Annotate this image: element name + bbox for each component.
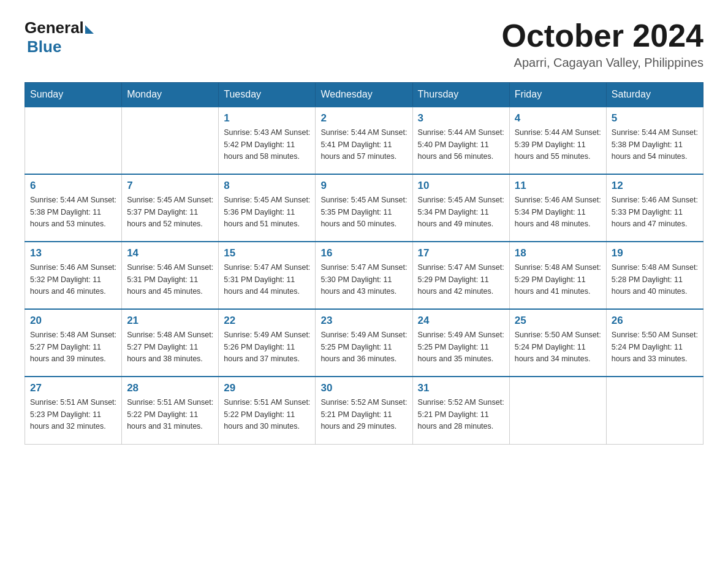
day-info: Sunrise: 5:44 AM Sunset: 5:39 PM Dayligh…: [515, 127, 601, 163]
day-number: 9: [320, 180, 407, 192]
calendar-cell: 19Sunrise: 5:48 AM Sunset: 5:28 PM Dayli…: [606, 242, 703, 309]
day-info: Sunrise: 5:52 AM Sunset: 5:21 PM Dayligh…: [320, 397, 407, 432]
calendar-cell: [122, 107, 219, 174]
day-info: Sunrise: 5:49 AM Sunset: 5:26 PM Dayligh…: [224, 329, 310, 365]
day-number: 22: [224, 315, 310, 327]
day-info: Sunrise: 5:45 AM Sunset: 5:37 PM Dayligh…: [127, 194, 213, 230]
day-header-saturday: Saturday: [606, 83, 703, 107]
day-number: 24: [418, 315, 504, 327]
day-info: Sunrise: 5:45 AM Sunset: 5:35 PM Dayligh…: [320, 194, 407, 230]
day-number: 29: [224, 382, 310, 394]
day-number: 10: [418, 180, 504, 192]
day-info: Sunrise: 5:48 AM Sunset: 5:27 PM Dayligh…: [30, 329, 116, 365]
day-info: Sunrise: 5:44 AM Sunset: 5:38 PM Dayligh…: [30, 194, 116, 230]
day-number: 4: [515, 112, 601, 124]
day-info: Sunrise: 5:52 AM Sunset: 5:21 PM Dayligh…: [418, 397, 504, 432]
day-number: 18: [515, 247, 601, 259]
day-header-friday: Friday: [509, 83, 606, 107]
calendar-header-row: SundayMondayTuesdayWednesdayThursdayFrid…: [25, 83, 703, 107]
day-info: Sunrise: 5:48 AM Sunset: 5:28 PM Dayligh…: [612, 262, 698, 297]
day-number: 16: [320, 247, 407, 259]
day-info: Sunrise: 5:45 AM Sunset: 5:34 PM Dayligh…: [418, 194, 504, 230]
calendar-cell: 5Sunrise: 5:44 AM Sunset: 5:38 PM Daylig…: [606, 107, 703, 174]
calendar-cell: 11Sunrise: 5:46 AM Sunset: 5:34 PM Dayli…: [509, 174, 606, 242]
day-header-thursday: Thursday: [412, 83, 509, 107]
calendar-cell: 7Sunrise: 5:45 AM Sunset: 5:37 PM Daylig…: [122, 174, 219, 242]
day-info: Sunrise: 5:45 AM Sunset: 5:36 PM Dayligh…: [224, 194, 310, 230]
day-header-monday: Monday: [122, 83, 219, 107]
logo: General: [25, 18, 94, 37]
calendar-table: SundayMondayTuesdayWednesdayThursdayFrid…: [25, 82, 703, 445]
day-number: 13: [30, 247, 116, 259]
day-info: Sunrise: 5:47 AM Sunset: 5:31 PM Dayligh…: [224, 262, 310, 297]
day-number: 2: [320, 112, 407, 124]
day-number: 23: [320, 315, 407, 327]
calendar-cell: 16Sunrise: 5:47 AM Sunset: 5:30 PM Dayli…: [316, 242, 412, 309]
calendar-cell: 9Sunrise: 5:45 AM Sunset: 5:35 PM Daylig…: [316, 174, 412, 242]
calendar-cell: 29Sunrise: 5:51 AM Sunset: 5:22 PM Dayli…: [219, 377, 316, 444]
calendar-cell: 22Sunrise: 5:49 AM Sunset: 5:26 PM Dayli…: [219, 309, 316, 377]
calendar-cell: 25Sunrise: 5:50 AM Sunset: 5:24 PM Dayli…: [509, 309, 606, 377]
day-number: 8: [224, 180, 310, 192]
day-number: 19: [612, 247, 698, 259]
day-info: Sunrise: 5:47 AM Sunset: 5:30 PM Dayligh…: [320, 262, 407, 297]
calendar-cell: 31Sunrise: 5:52 AM Sunset: 5:21 PM Dayli…: [412, 377, 509, 444]
logo-general-text: General: [25, 18, 84, 37]
day-info: Sunrise: 5:48 AM Sunset: 5:29 PM Dayligh…: [515, 262, 601, 297]
day-info: Sunrise: 5:44 AM Sunset: 5:40 PM Dayligh…: [418, 127, 504, 163]
calendar-cell: 14Sunrise: 5:46 AM Sunset: 5:31 PM Dayli…: [122, 242, 219, 309]
day-info: Sunrise: 5:50 AM Sunset: 5:24 PM Dayligh…: [612, 329, 698, 365]
day-number: 25: [515, 315, 601, 327]
week-row-5: 27Sunrise: 5:51 AM Sunset: 5:23 PM Dayli…: [25, 377, 703, 444]
calendar-cell: 1Sunrise: 5:43 AM Sunset: 5:42 PM Daylig…: [219, 107, 316, 174]
day-info: Sunrise: 5:51 AM Sunset: 5:22 PM Dayligh…: [224, 397, 310, 432]
day-header-sunday: Sunday: [25, 83, 122, 107]
day-number: 14: [127, 247, 213, 259]
day-info: Sunrise: 5:44 AM Sunset: 5:38 PM Dayligh…: [612, 127, 698, 163]
calendar-cell: 4Sunrise: 5:44 AM Sunset: 5:39 PM Daylig…: [509, 107, 606, 174]
calendar-cell: [606, 377, 703, 444]
day-number: 30: [320, 382, 407, 394]
calendar-cell: 20Sunrise: 5:48 AM Sunset: 5:27 PM Dayli…: [25, 309, 122, 377]
calendar-cell: 17Sunrise: 5:47 AM Sunset: 5:29 PM Dayli…: [412, 242, 509, 309]
calendar-cell: 18Sunrise: 5:48 AM Sunset: 5:29 PM Dayli…: [509, 242, 606, 309]
calendar-cell: 30Sunrise: 5:52 AM Sunset: 5:21 PM Dayli…: [316, 377, 412, 444]
day-info: Sunrise: 5:50 AM Sunset: 5:24 PM Dayligh…: [515, 329, 601, 365]
day-info: Sunrise: 5:51 AM Sunset: 5:22 PM Dayligh…: [127, 397, 213, 432]
day-info: Sunrise: 5:47 AM Sunset: 5:29 PM Dayligh…: [418, 262, 504, 297]
day-info: Sunrise: 5:44 AM Sunset: 5:41 PM Dayligh…: [320, 127, 407, 163]
day-number: 15: [224, 247, 310, 259]
week-row-3: 13Sunrise: 5:46 AM Sunset: 5:32 PM Dayli…: [25, 242, 703, 309]
week-row-1: 1Sunrise: 5:43 AM Sunset: 5:42 PM Daylig…: [25, 107, 703, 174]
day-number: 6: [30, 180, 116, 192]
day-info: Sunrise: 5:46 AM Sunset: 5:32 PM Dayligh…: [30, 262, 116, 297]
day-number: 7: [127, 180, 213, 192]
week-row-2: 6Sunrise: 5:44 AM Sunset: 5:38 PM Daylig…: [25, 174, 703, 242]
day-number: 5: [612, 112, 698, 124]
day-number: 20: [30, 315, 116, 327]
day-info: Sunrise: 5:49 AM Sunset: 5:25 PM Dayligh…: [320, 329, 407, 365]
day-number: 27: [30, 382, 116, 394]
logo-arrow-icon: [85, 25, 94, 34]
month-title: October 2024: [502, 18, 704, 53]
calendar-cell: 13Sunrise: 5:46 AM Sunset: 5:32 PM Dayli…: [25, 242, 122, 309]
calendar-cell: 3Sunrise: 5:44 AM Sunset: 5:40 PM Daylig…: [412, 107, 509, 174]
calendar-cell: 10Sunrise: 5:45 AM Sunset: 5:34 PM Dayli…: [412, 174, 509, 242]
day-info: Sunrise: 5:46 AM Sunset: 5:34 PM Dayligh…: [515, 194, 601, 230]
calendar-cell: [25, 107, 122, 174]
day-number: 1: [224, 112, 310, 124]
calendar-cell: 24Sunrise: 5:49 AM Sunset: 5:25 PM Dayli…: [412, 309, 509, 377]
calendar-cell: 2Sunrise: 5:44 AM Sunset: 5:41 PM Daylig…: [316, 107, 412, 174]
calendar-cell: [509, 377, 606, 444]
calendar-cell: 8Sunrise: 5:45 AM Sunset: 5:36 PM Daylig…: [219, 174, 316, 242]
day-number: 3: [418, 112, 504, 124]
calendar-cell: 26Sunrise: 5:50 AM Sunset: 5:24 PM Dayli…: [606, 309, 703, 377]
calendar-cell: 6Sunrise: 5:44 AM Sunset: 5:38 PM Daylig…: [25, 174, 122, 242]
calendar-cell: 28Sunrise: 5:51 AM Sunset: 5:22 PM Dayli…: [122, 377, 219, 444]
calendar-cell: 12Sunrise: 5:46 AM Sunset: 5:33 PM Dayli…: [606, 174, 703, 242]
title-area: October 2024 Aparri, Cagayan Valley, Phi…: [502, 18, 704, 70]
page-header: General Blue October 2024 Aparri, Cagaya…: [25, 18, 703, 70]
day-number: 26: [612, 315, 698, 327]
location-title: Aparri, Cagayan Valley, Philippines: [502, 56, 704, 70]
day-header-wednesday: Wednesday: [316, 83, 412, 107]
